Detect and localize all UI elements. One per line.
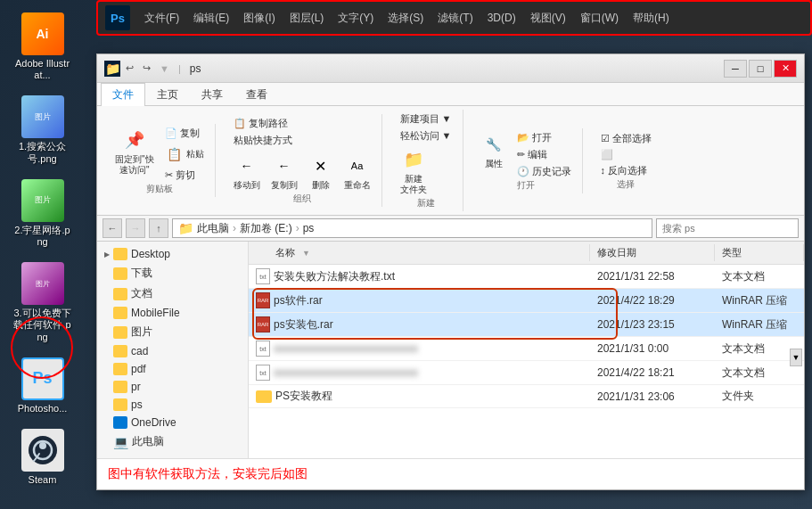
file-row-3[interactable]: RAR ps安装包.rar 2021/1/23 23:15 WinRAR 压缩 (249, 313, 804, 337)
ps-menu-3d[interactable]: 3D(D) (480, 8, 523, 28)
easy-access-label: 轻松访问 ▼ (400, 129, 452, 143)
steam-desktop-icon[interactable]: Steam (9, 425, 76, 489)
minimize-button[interactable]: ─ (724, 60, 747, 78)
sidebar-item-documents[interactable]: ▶ 文档 (97, 283, 248, 304)
select-all-button[interactable]: ☑ 全部选择 (597, 131, 655, 146)
folder-icon (113, 288, 127, 300)
sidebar-item-onedrive[interactable]: ▶ OneDrive (97, 414, 248, 431)
file-date-4: 2021/1/31 0:00 (590, 341, 715, 357)
history-icon: 🕐 (517, 166, 529, 177)
back-button[interactable]: ← (103, 218, 122, 238)
invert-select-button[interactable]: ↕ 反向选择 (597, 163, 652, 178)
delete-button[interactable]: ✕ 删除 (305, 152, 337, 193)
tab-view[interactable]: 查看 (234, 83, 279, 106)
properties-button[interactable]: 🔧 属性 (478, 130, 510, 179)
sidebar-item-ps[interactable]: ▶ ps (97, 396, 248, 414)
file-row-2[interactable]: RAR ps软件.rar 2021/4/22 18:29 WinRAR 压缩 (249, 289, 804, 313)
png2-icon[interactable]: 图片 2.宇星网络.png (9, 176, 76, 251)
png3-icon[interactable]: 图片 3.可以免费下载任何软件.png (9, 259, 76, 347)
sidebar-item-pr[interactable]: ▶ pr (97, 378, 248, 396)
copy-icon: 📄 (165, 127, 177, 139)
close-button[interactable]: ✕ (774, 60, 797, 78)
path-part3: ps (303, 222, 315, 234)
ps-menu-view[interactable]: 视图(V) (523, 7, 573, 29)
rename-icon: Aa (345, 153, 370, 178)
select-none-button[interactable]: ⬜ (597, 148, 619, 161)
expand-icon: ▶ (104, 401, 110, 409)
ps-menu-text[interactable]: 文字(Y) (331, 7, 381, 29)
tab-home[interactable]: 主页 (145, 83, 190, 106)
sidebar-item-cad[interactable]: ▶ cad (97, 342, 248, 360)
copy-to-button[interactable]: ← 复制到 (267, 152, 301, 193)
new-item-button[interactable]: 新建项目 ▼ (397, 111, 455, 127)
sidebar-label-downloads: 下载 (131, 266, 152, 281)
clipboard-group-label: 剪贴板 (111, 183, 208, 195)
col-header-date[interactable]: 修改日期 (590, 244, 715, 261)
paste-shortcut-label: 粘贴快捷方式 (234, 134, 292, 147)
ps-menu-edit[interactable]: 编辑(E) (186, 7, 236, 29)
new-buttons: 新建项目 ▼ 轻松访问 ▼ 📁 新建文件夹 (397, 111, 455, 197)
explorer-window: 📁 ↩ ↪ ▼ | ps ─ □ ✕ 文件 主页 共享 查看 (96, 53, 805, 490)
file-row-1[interactable]: txt 安装失败方法解决教程.txt 2021/1/31 22:58 文本文档 (249, 265, 804, 289)
pin-quickaccess-button[interactable]: 📌 固定到"快速访问" (111, 126, 158, 177)
file-row-4[interactable]: txt xxxxxxxxxxxxxxxxxxxxxxxxxxx 2021/1/3… (249, 337, 804, 361)
forward-button[interactable]: → (126, 218, 145, 238)
sidebar-label-pdf: pdf (131, 363, 146, 375)
col-header-type[interactable]: 类型 (715, 244, 804, 261)
paste-button[interactable]: 📋 粘贴 (161, 143, 208, 166)
sidebar-item-mobilefile[interactable]: ▶ MobileFile (97, 304, 248, 322)
file-row-6[interactable]: PS安装教程 2021/1/31 23:06 文件夹 (249, 385, 804, 408)
history-button[interactable]: 🕐 历史记录 (513, 164, 575, 179)
sidebar-item-desktop[interactable]: ▶ Desktop (97, 245, 248, 263)
ps-menu-window[interactable]: 窗口(W) (573, 7, 626, 29)
new-folder-button[interactable]: 📁 新建文件夹 (397, 145, 431, 197)
png1-icon[interactable]: 图片 1.搜索公众号.png (9, 92, 76, 168)
easy-access-button[interactable]: 轻松访问 ▼ (397, 128, 455, 144)
expand-icon: ▶ (104, 365, 110, 374)
expand-icon: ▶ (104, 438, 110, 446)
main-content: ▶ Desktop ▶ 下载 ▶ 文档 ▶ MobileFile (97, 242, 804, 458)
ps-menu-layer[interactable]: 图层(L) (283, 7, 332, 29)
move-to-button[interactable]: ← 移动到 (230, 152, 264, 193)
search-input[interactable] (656, 218, 799, 238)
file-name-2: RAR ps软件.rar (249, 291, 590, 310)
ps-menu-help[interactable]: 帮助(H) (626, 7, 677, 29)
tab-share[interactable]: 共享 (190, 83, 234, 106)
col-header-name[interactable]: 名称 ▼ (249, 244, 590, 261)
sidebar-item-pdf[interactable]: ▶ pdf (97, 360, 248, 378)
copy-button[interactable]: 📄 复制 (161, 126, 208, 141)
sidebar-item-pictures[interactable]: ▶ 图片 (97, 322, 248, 342)
up-button[interactable]: ↑ (149, 218, 168, 238)
copy-path-button[interactable]: 📋 复制路径 (230, 116, 291, 131)
ps-menu-select[interactable]: 选择(S) (381, 7, 431, 29)
file-list: 名称 ▼ 修改日期 类型 txt 安装失败方法解决教程.txt 2021/1/3… (249, 242, 804, 458)
caption-area: 图中有软件获取方法，安装完后如图 (97, 458, 804, 489)
address-path[interactable]: 📁 此电脑 › 新加卷 (E:) › ps (172, 218, 652, 238)
maximize-button[interactable]: □ (749, 60, 772, 78)
rename-button[interactable]: Aa 重命名 (340, 152, 374, 193)
ribbon-group-select: ☑ 全部选择 ⬜ ↕ 反向选择 选择 (590, 129, 662, 193)
edit-button[interactable]: ✏ 编辑 (513, 147, 575, 162)
folder-icon (113, 416, 127, 429)
adobe-illustrator-icon[interactable]: Ai Adobe Illustrat... (9, 9, 76, 85)
ps-menu-image[interactable]: 图像(I) (236, 7, 282, 29)
organize-buttons: 📋 复制路径 粘贴快捷方式 ← 移动到 ← (230, 116, 374, 193)
open-button[interactable]: 📂 打开 (513, 130, 575, 145)
cut-button[interactable]: ✂ 剪切 (161, 168, 208, 183)
path-part1: 此电脑 (197, 221, 229, 236)
photoshop-icon[interactable]: Ps Photosho... (9, 354, 76, 418)
scissors-icon: ✂ (165, 169, 173, 181)
ps-menu-filter[interactable]: 滤镜(T) (431, 7, 480, 29)
desktop-icons-area: Ai Adobe Illustrat... 图片 1.搜索公众号.png 图片 … (9, 9, 76, 489)
paste-icon: 📋 (165, 144, 185, 164)
copy-to-label: 复制到 (271, 180, 298, 191)
sidebar-item-downloads[interactable]: ▶ 下载 (97, 263, 248, 283)
file-icon-txt-4: txt (256, 341, 270, 357)
expand-icon: ▶ (104, 250, 110, 259)
ps-menu-file[interactable]: 文件(F) (137, 7, 186, 29)
sidebar-item-thispc[interactable]: ▶ 💻 此电脑 (97, 431, 248, 452)
file-row-5[interactable]: txt xxxxxxxxxxxxxxxxxxxxxxxxxxx 2021/4/2… (249, 361, 804, 385)
paste-shortcut-button[interactable]: 粘贴快捷方式 (230, 133, 296, 148)
tab-file[interactable]: 文件 (101, 83, 145, 106)
select-all-label: 全部选择 (612, 132, 652, 145)
